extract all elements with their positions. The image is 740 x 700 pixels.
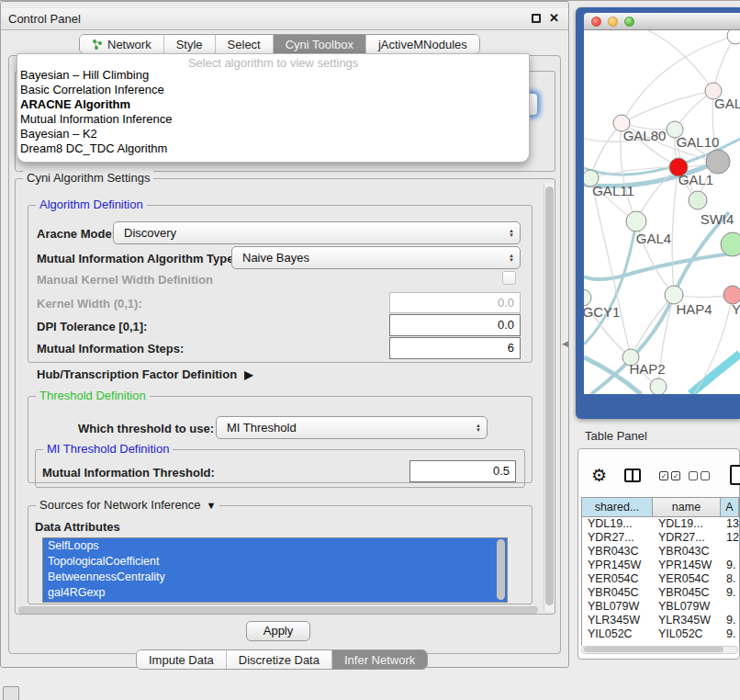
network-edge — [590, 123, 622, 178]
apply-button[interactable]: Apply — [246, 621, 310, 641]
which-threshold-value: MI Threshold — [227, 421, 297, 435]
gear-icon[interactable]: ⚙ — [591, 465, 607, 486]
column-header[interactable]: A — [721, 498, 739, 516]
network-node[interactable] — [689, 191, 707, 209]
tab-style[interactable]: Style — [164, 35, 216, 53]
table-cell: 13 — [721, 517, 739, 531]
network-node[interactable] — [650, 378, 667, 394]
aracne-mode-value: Discovery — [124, 226, 176, 240]
document-icon[interactable] — [730, 465, 740, 485]
minimized-panel-chip[interactable] — [3, 686, 19, 700]
tab-impute-data[interactable]: Impute Data — [137, 650, 227, 669]
sources-group-title[interactable]: Sources for Network Inference▼ — [36, 498, 219, 512]
network-node-label: Y — [732, 301, 740, 317]
algorithm-option[interactable]: Basic Correlation Inference — [17, 83, 529, 97]
table-cell: YPR145W — [653, 559, 721, 572]
dpi-tolerance-field[interactable]: 0.0 — [389, 314, 521, 336]
close-traffic-light-icon[interactable] — [591, 17, 601, 27]
algorithm-option[interactable]: Dream8 DC_TDC Algorithm — [17, 141, 529, 156]
algorithm-option[interactable]: ARACNE Algorithm — [17, 97, 529, 112]
network-node-label: GAL10 — [677, 134, 720, 150]
tab-jactivemnodules[interactable]: jActiveMNodules — [366, 35, 479, 53]
attribute-list-item[interactable]: TopologicalCoefficient — [43, 554, 507, 570]
table-cell: 9. — [721, 559, 739, 572]
network-edge — [622, 91, 713, 123]
table-cell: YBR043C — [582, 545, 653, 559]
zoom-traffic-light-icon[interactable] — [624, 17, 634, 27]
tab-label: Impute Data — [149, 653, 214, 667]
table-row[interactable]: YBL079WYBL079W — [582, 600, 739, 614]
tab-network[interactable]: Network — [80, 35, 164, 53]
table-row[interactable]: YDR27...YDR27...12 — [582, 531, 739, 545]
attribute-list-item[interactable]: SelfLoops — [43, 538, 507, 554]
algorithm-popup-prompt: Select algorithm to view settings — [17, 54, 529, 68]
mi-type-value: Naive Bayes — [242, 251, 309, 265]
close-window-icon[interactable]: ✕ — [549, 13, 559, 24]
mi-steps-field[interactable]: 6 — [389, 337, 521, 359]
column-header[interactable]: name — [653, 498, 721, 516]
table-row[interactable]: YBR045CYBR045C9. — [582, 586, 739, 600]
network-node-label: GAL4 — [636, 231, 671, 246]
table-row[interactable]: YLR345WYLR345W9. — [582, 614, 739, 627]
tab-select[interactable]: Select — [216, 35, 274, 53]
tab-label: Cyni Toolbox — [286, 38, 353, 51]
table-row[interactable]: YER054CYER054C8. — [582, 572, 739, 586]
settings-scrollbar-thumb[interactable] — [545, 186, 554, 605]
splitter-collapse-icon[interactable]: ◀ — [562, 339, 568, 348]
table-cell: YIL052C — [653, 627, 721, 641]
minimize-traffic-light-icon[interactable] — [608, 17, 618, 27]
network-window-titlebar[interactable] — [584, 13, 740, 30]
tab-discretize-data[interactable]: Discretize Data — [227, 650, 332, 669]
data-attributes-list[interactable]: SelfLoopsTopologicalCoefficientBetweenne… — [42, 537, 508, 603]
checked-checkbox-icon[interactable]: ✓ — [671, 471, 680, 480]
network-node[interactable] — [721, 232, 740, 256]
which-threshold-combo[interactable]: MI Threshold ▲▼ — [216, 416, 488, 439]
table-cell — [721, 600, 739, 614]
attributes-scrollbar-thumb[interactable] — [497, 539, 505, 600]
network-icon — [92, 39, 103, 50]
manual-kernel-checkbox[interactable] — [502, 271, 516, 285]
tab-label: jActiveMNodules — [378, 38, 467, 51]
columns-icon[interactable] — [624, 469, 641, 482]
network-node[interactable] — [706, 150, 730, 174]
attribute-list-item[interactable]: gal4RGexp — [43, 585, 507, 601]
tab-cyni-toolbox[interactable]: Cyni Toolbox — [274, 35, 366, 53]
expand-right-icon: ▶ — [244, 368, 252, 381]
table-row[interactable]: YPR145WYPR145W9. — [582, 559, 739, 572]
algorithm-option[interactable]: Mutual Information Inference — [17, 112, 529, 127]
control-panel-titlebar[interactable]: Control Panel ✕ — [1, 8, 568, 30]
settings-vertical-scrollbar[interactable] — [544, 183, 555, 611]
mi-type-combo[interactable]: Naive Bayes ▲▼ — [231, 246, 521, 269]
network-node-label: GCY1 — [584, 304, 620, 320]
aracne-mode-combo[interactable]: Discovery ▲▼ — [113, 221, 521, 244]
network-node[interactable] — [727, 30, 740, 44]
table-row[interactable]: YDL19...YDL19...13 — [582, 517, 739, 531]
mi-threshold-label: Mutual Information Threshold: — [42, 466, 215, 480]
settings-horizontal-scrollbar[interactable] — [18, 606, 538, 614]
mi-threshold-field[interactable]: 0.5 — [409, 460, 516, 482]
table-cell: YBL079W — [653, 600, 721, 614]
restore-window-icon[interactable] — [532, 14, 541, 23]
kernel-width-field[interactable]: 0.0 — [389, 292, 521, 313]
algorithm-option[interactable]: Bayesian – K2 — [17, 127, 529, 141]
tab-infer-network[interactable]: Infer Network — [332, 650, 427, 669]
unchecked-checkbox-icon[interactable] — [701, 471, 710, 480]
table-scrollbar-thumb[interactable] — [584, 647, 723, 652]
network-node[interactable] — [626, 211, 646, 231]
hub-definition-toggle[interactable]: Hub/Transcription Factor Definition▶ — [37, 367, 252, 381]
stepper-arrows-icon: ▲▼ — [509, 222, 514, 243]
table-row[interactable]: YIL052CYIL052C9. — [582, 627, 739, 641]
column-header[interactable]: shared... — [582, 498, 653, 516]
network-canvas[interactable]: GALGAL80GAL10GAL1GAL11GAL4SWI4GCY1HAP4YH… — [584, 30, 740, 394]
attribute-list-item[interactable]: BetweennessCentrality — [43, 570, 507, 585]
table-cell: YBR045C — [582, 586, 653, 600]
checked-checkbox-icon[interactable]: ✓ — [659, 471, 668, 480]
unchecked-checkbox-icon[interactable] — [689, 471, 698, 480]
table-cell: YIL052C — [582, 627, 653, 641]
algorithm-option[interactable]: Bayesian – Hill Climbing — [17, 68, 529, 83]
table-row[interactable]: YBR043CYBR043C — [582, 545, 739, 559]
mi-threshold-group-title: MI Threshold Definition — [43, 442, 173, 456]
table-cell: YBL079W — [582, 600, 653, 614]
dpi-tolerance-label: DPI Tolerance [0,1]: — [37, 320, 147, 333]
table-cell: 9. — [721, 614, 739, 627]
